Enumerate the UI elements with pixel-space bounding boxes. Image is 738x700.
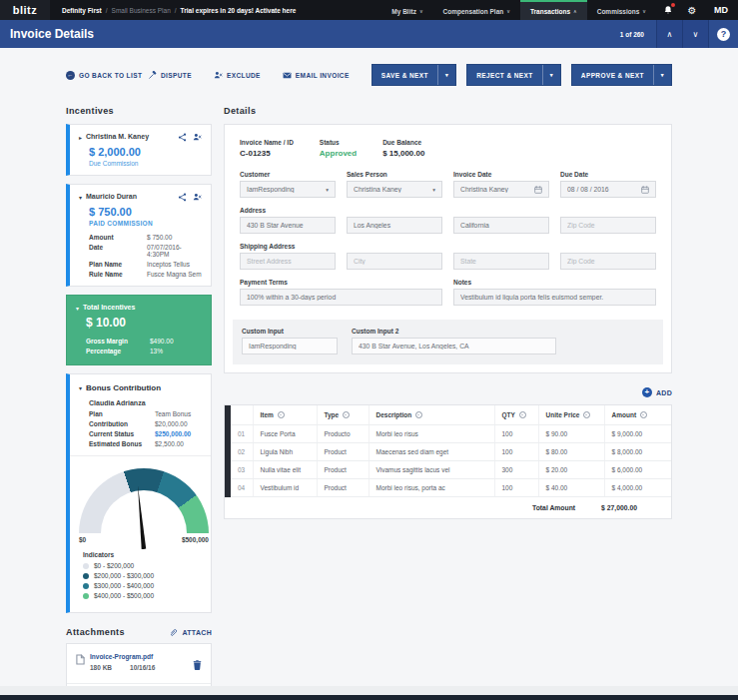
address-state-input[interactable]: California: [453, 217, 549, 234]
notes-input[interactable]: Vestibulum id ligula porta felis euismod…: [453, 289, 656, 306]
column-unit-price: Unite Price: [546, 411, 580, 418]
record-pager: 1 of 260: [620, 20, 656, 48]
attach-button[interactable]: ATTACH: [169, 628, 212, 637]
detail-value: Inceptos Tellus: [147, 261, 202, 268]
user-avatar[interactable]: MD: [704, 0, 738, 20]
due-balance: $ 15,000.00: [382, 149, 424, 158]
item-row[interactable]: 01 Fusce Porta Producto Morbi leo risus …: [231, 425, 671, 443]
item-row[interactable]: 03 Nulla vitae elit Product Vivamus sagi…: [231, 461, 671, 479]
items-table-zone: Item Type Description QTY Unite Price Am…: [225, 405, 671, 497]
go-back-to-list-button[interactable]: ← GO BACK TO LIST: [66, 71, 142, 80]
detail-key: Amount: [89, 234, 147, 241]
custom-input-1[interactable]: IamResponding: [242, 338, 338, 354]
menu-compensation-plan[interactable]: Compensation Plan ∨: [433, 0, 520, 20]
plus-icon[interactable]: +: [642, 387, 652, 397]
shipping-city-placeholder: City: [354, 258, 435, 265]
custom-input-2-value: 430 B Star Avenue, Los Angeles, CA: [359, 343, 549, 350]
email-invoice-button[interactable]: EMAIL INVOICE: [283, 71, 350, 80]
dispute-button[interactable]: DISPUTE: [148, 71, 192, 80]
sales-person-select[interactable]: Christina Kaney ▾: [347, 181, 442, 198]
item-cell: Vestibulum id: [253, 479, 317, 497]
sort-icon[interactable]: [278, 411, 285, 418]
menu-commissions[interactable]: Commissions ∨: [587, 0, 656, 20]
dropdown-caret-icon[interactable]: ▾: [542, 65, 560, 85]
bonus-heading: Bonus Contribution: [86, 383, 161, 392]
invoice-date-field[interactable]: Christina Kaney: [453, 181, 549, 198]
dropdown-caret-icon[interactable]: ▾: [653, 65, 671, 85]
sort-icon[interactable]: [415, 411, 422, 418]
sort-icon[interactable]: [640, 411, 647, 418]
detail-value: Team Bonus: [155, 410, 202, 417]
items-table: Item Type Description QTY Unite Price Am…: [231, 405, 671, 497]
collapse-icon[interactable]: ▾: [76, 305, 79, 312]
indicator-item: $300,000 - $400,000: [83, 582, 202, 589]
total-row: Total Amount $ 27,000.00: [225, 497, 671, 518]
incentives-heading: Incentives: [66, 106, 212, 116]
payment-terms-input[interactable]: 100% within a 30-days period: [240, 289, 442, 306]
item-row[interactable]: 04 Vestibulum id Product Morbi leo risus…: [231, 479, 671, 497]
item-row[interactable]: 02 Ligula Nibh Product Maecenas sed diam…: [231, 443, 671, 461]
notifications-button[interactable]: [656, 0, 680, 20]
breadcrumb-plan: Small Business Plan: [112, 7, 171, 14]
details-card: Invoice Name / ID C-01235 Status Approve…: [224, 124, 672, 373]
collapse-icon[interactable]: ▾: [79, 194, 82, 201]
sort-icon[interactable]: [343, 411, 350, 418]
indicator-label: $200,000 - $300,000: [94, 572, 154, 579]
detail-key: Plan Name: [89, 261, 147, 268]
shipping-street-input[interactable]: Street Address: [240, 253, 336, 270]
detail-value: $20,000.00: [155, 420, 202, 427]
expand-icon[interactable]: ▸: [79, 134, 82, 141]
menu-my-blitz[interactable]: My Blitz ∨: [381, 0, 432, 20]
next-record-button[interactable]: ∨: [682, 20, 708, 48]
pdf-file-icon: [76, 654, 85, 665]
shipping-zip-input[interactable]: Zip Code: [560, 253, 656, 270]
status-label: Status: [320, 139, 357, 146]
type-cell: Product: [317, 479, 369, 497]
gauge-indicators: Indicators $0 - $200,000 $200,000 - $300…: [83, 551, 202, 599]
previous-record-button[interactable]: ∧: [656, 20, 682, 48]
chevron-down-icon: ▾: [326, 187, 329, 193]
reject-next-button[interactable]: REJECT & NEXT ▾: [466, 64, 561, 86]
indicator-dot: [83, 573, 89, 579]
exclude-user-icon[interactable]: [193, 133, 202, 142]
dropdown-caret-icon[interactable]: ▾: [437, 65, 455, 85]
unit-price-cell: $ 80.00: [538, 443, 604, 461]
settings-button[interactable]: ⚙: [680, 0, 704, 20]
add-item-button[interactable]: ADD: [656, 389, 672, 396]
customer-select[interactable]: IamResponding ▾: [240, 181, 336, 198]
sort-icon[interactable]: [583, 411, 590, 418]
incentive-amount: $ 750.00: [89, 206, 202, 218]
detail-key: Rule Name: [89, 271, 147, 278]
payment-terms-value: 100% within a 30-days period: [247, 294, 435, 301]
description-cell: Morbi leo risus, porta ac: [369, 479, 494, 497]
help-button[interactable]: ?: [717, 28, 730, 41]
sort-icon[interactable]: [519, 411, 526, 418]
notes-label: Notes: [453, 279, 656, 286]
address-street-input[interactable]: 430 B Star Avenue: [240, 217, 336, 234]
delete-attachment-button[interactable]: [193, 656, 202, 674]
share-icon[interactable]: [178, 193, 187, 202]
custom-inputs-panel: Custom Input IamResponding Custom Input …: [233, 320, 663, 364]
trial-activate-link[interactable]: Trial expires in 20 days! Activate here: [181, 7, 297, 14]
custom-input-2[interactable]: 430 B Star Avenue, Los Angeles, CA: [352, 338, 556, 354]
add-item-row: + ADD: [224, 387, 672, 397]
due-date-field[interactable]: 08 / 08 / 2016: [560, 181, 656, 198]
menu-transactions[interactable]: Transactions ∧: [520, 0, 587, 20]
notification-badge: [671, 3, 675, 7]
gavel-icon: [148, 71, 157, 80]
address-city-input[interactable]: Los Angeles: [347, 217, 442, 234]
collapse-icon[interactable]: ▾: [79, 384, 82, 391]
approve-next-button[interactable]: APPROVE & NEXT ▾: [571, 64, 672, 86]
shipping-state-input[interactable]: State: [453, 253, 549, 270]
save-next-button[interactable]: SAVE & NEXT ▾: [371, 64, 456, 86]
exclude-button[interactable]: EXCLUDE: [214, 71, 261, 80]
exclude-user-icon[interactable]: [193, 193, 202, 202]
app-logo[interactable]: blitz: [0, 0, 50, 20]
address-zip-input[interactable]: Zip Code: [560, 217, 656, 234]
share-icon[interactable]: [178, 133, 187, 142]
amount-cell: $ 6,000.00: [604, 461, 671, 479]
item-cell: Fusce Porta: [253, 425, 317, 443]
row-number: 04: [231, 479, 253, 497]
shipping-city-input[interactable]: City: [347, 253, 442, 270]
attachment-name[interactable]: Invoice-Program.pdf: [90, 653, 193, 660]
